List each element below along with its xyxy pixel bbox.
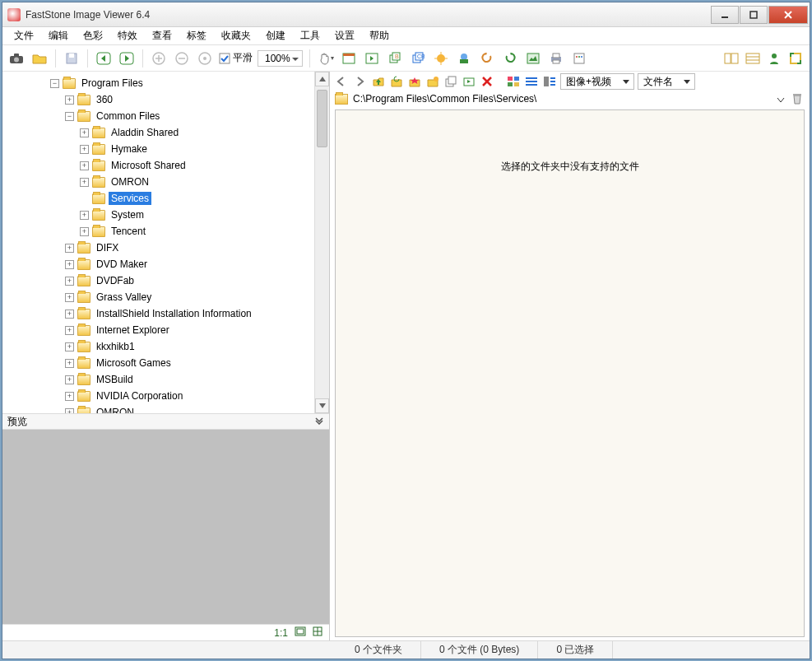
expand-icon[interactable]: +	[65, 277, 74, 286]
menu-item-8[interactable]: 工具	[294, 27, 327, 44]
rotate-right-icon[interactable]	[501, 49, 519, 67]
fullscreen-icon[interactable]	[786, 49, 805, 67]
filter-combo[interactable]: 图像+视频	[560, 73, 634, 90]
view-toggle-icon[interactable]	[542, 74, 557, 89]
expand-icon[interactable]: +	[65, 326, 74, 335]
content-area[interactable]: 选择的文件夹中没有支持的文件	[335, 109, 805, 637]
nav-delete-icon[interactable]	[480, 74, 494, 89]
tree-item[interactable]: +Hymake	[2, 141, 314, 157]
compare-icon[interactable]	[363, 49, 381, 67]
tree-item[interactable]: +OMRON	[2, 174, 314, 190]
close-button[interactable]	[768, 6, 808, 24]
view-thumbnail-icon[interactable]	[722, 49, 740, 67]
open-folder-icon[interactable]	[30, 49, 49, 67]
nav-back-icon[interactable]	[335, 74, 350, 89]
acquire-icon[interactable]	[7, 49, 26, 67]
expand-icon[interactable]: +	[65, 375, 74, 384]
expand-icon[interactable]: +	[65, 244, 74, 253]
expand-icon[interactable]: +	[65, 260, 74, 269]
nav-copy-icon[interactable]	[443, 74, 458, 89]
nav-move-icon[interactable]	[462, 74, 476, 89]
fit-icon[interactable]	[295, 626, 306, 639]
batch-convert-icon[interactable]: B	[386, 49, 404, 67]
maximize-button[interactable]	[740, 6, 768, 24]
smooth-checkbox[interactable]: 平滑	[219, 51, 253, 65]
menu-item-6[interactable]: 收藏夹	[215, 27, 258, 44]
settings-icon[interactable]	[570, 49, 588, 67]
view-fullscreen-person-icon[interactable]	[765, 49, 783, 67]
menu-item-0[interactable]: 文件	[7, 27, 40, 44]
tree-item[interactable]: +kkxhikb1	[2, 338, 314, 355]
expand-icon[interactable]: +	[65, 408, 74, 414]
zoom-actual-icon[interactable]	[196, 49, 214, 67]
tree-item[interactable]: +Microsoft Shared	[2, 157, 314, 174]
expand-icon[interactable]: +	[65, 359, 74, 368]
collapse-icon[interactable]: −	[65, 112, 74, 121]
tree-item[interactable]: +OMRON	[2, 404, 314, 413]
collapse-icon[interactable]: −	[50, 79, 59, 88]
expand-icon[interactable]: +	[80, 227, 89, 236]
nav-up-icon[interactable]	[371, 74, 386, 89]
expand-icon[interactable]: +	[80, 178, 89, 187]
scroll-thumb[interactable]	[317, 90, 327, 147]
batch-rename-icon[interactable]: CB	[409, 49, 427, 67]
tree-item[interactable]: +DVDFab	[2, 272, 314, 289]
tree-item[interactable]: +Microsoft Games	[2, 355, 314, 371]
tree-item[interactable]: Services	[2, 190, 314, 207]
hand-icon[interactable]: ▾	[317, 49, 335, 67]
next-icon[interactable]	[118, 49, 136, 67]
tree-item[interactable]: −Common Files	[2, 108, 314, 124]
path-dropdown-icon[interactable]	[777, 95, 785, 103]
nav-newfolder-icon[interactable]	[425, 74, 440, 89]
tree-item[interactable]: +Tencent	[2, 223, 314, 240]
scroll-up-icon[interactable]	[315, 72, 329, 86]
view-detail-icon[interactable]	[744, 49, 762, 67]
zoom-in-icon[interactable]	[150, 49, 168, 67]
expand-icon[interactable]: +	[80, 211, 89, 220]
tree-item[interactable]: −Program Files	[2, 75, 314, 91]
menu-item-4[interactable]: 查看	[146, 27, 179, 44]
menu-item-9[interactable]: 设置	[328, 27, 361, 44]
expand-icon[interactable]: +	[80, 161, 89, 170]
prev-icon[interactable]	[95, 49, 113, 67]
slideshow-icon[interactable]	[340, 49, 358, 67]
tree-item[interactable]: +System	[2, 207, 314, 223]
tree-item[interactable]: +NVIDIA Corporation	[2, 388, 314, 404]
expand-icon[interactable]: +	[65, 342, 74, 351]
expand-icon[interactable]: +	[65, 392, 74, 401]
tree-scrollbar[interactable]	[314, 72, 329, 413]
email-icon[interactable]	[455, 49, 473, 67]
tree-item[interactable]: +DVD Maker	[2, 256, 314, 272]
tree-item[interactable]: +MSBuild	[2, 371, 314, 388]
expand-icon[interactable]: +	[80, 128, 89, 137]
path-text[interactable]: C:\Program Files\Common Files\Services\	[353, 93, 772, 105]
effects-icon[interactable]	[432, 49, 450, 67]
tree-item[interactable]: +360	[2, 91, 314, 108]
menu-item-10[interactable]: 帮助	[363, 27, 396, 44]
expand-icon[interactable]: +	[65, 95, 74, 105]
sort-combo[interactable]: 文件名	[638, 73, 695, 90]
folder-tree[interactable]: −Program Files+360−Common Files+Aladdin …	[2, 72, 314, 413]
wallpaper-icon[interactable]	[524, 49, 542, 67]
tree-item[interactable]: +DIFX	[2, 240, 314, 256]
tree-item[interactable]: +Aladdin Shared	[2, 124, 314, 141]
tree-item[interactable]: +InstallShield Installation Information	[2, 305, 314, 322]
view-grid-icon[interactable]	[506, 74, 521, 89]
tree-item[interactable]: +Grass Valley	[2, 289, 314, 305]
nav-fav-icon[interactable]	[407, 74, 422, 89]
save-icon[interactable]	[63, 49, 81, 67]
trash-icon[interactable]	[790, 91, 805, 106]
expand-icon[interactable]: +	[65, 310, 74, 319]
rotate-left-icon[interactable]	[478, 49, 496, 67]
menu-item-5[interactable]: 标签	[180, 27, 213, 44]
zoom-out-icon[interactable]	[173, 49, 191, 67]
zoom-combo[interactable]: 100%	[258, 50, 303, 67]
tree-item[interactable]: +Internet Explorer	[2, 322, 314, 338]
nav-forward-icon[interactable]	[353, 74, 368, 89]
preview-header[interactable]: 预览	[2, 413, 329, 430]
minimize-button[interactable]	[711, 6, 739, 24]
menu-item-7[interactable]: 创建	[259, 27, 292, 44]
scroll-down-icon[interactable]	[315, 398, 329, 413]
nav-refresh-icon[interactable]	[389, 74, 404, 89]
menu-item-3[interactable]: 特效	[111, 27, 144, 44]
